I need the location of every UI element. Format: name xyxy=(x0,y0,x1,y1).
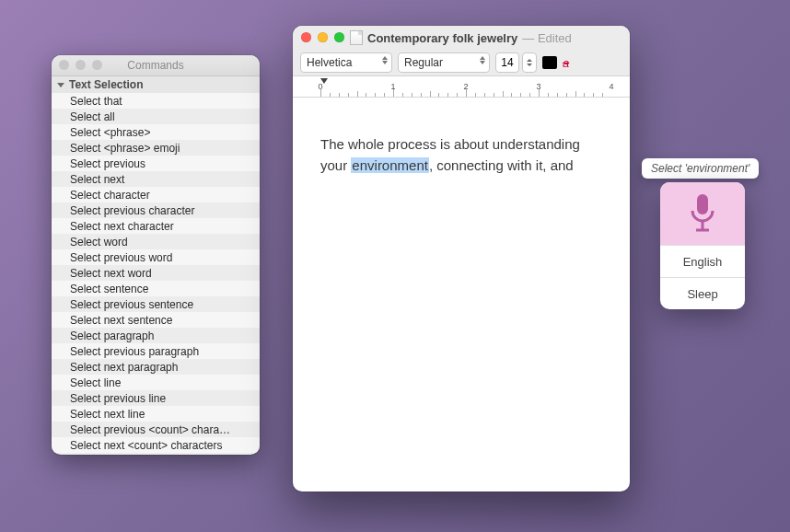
command-item[interactable]: Select previous sentence xyxy=(52,296,260,312)
textedit-titlebar[interactable]: Contemporary folk jewelry — Edited xyxy=(293,26,630,50)
textedit-content[interactable]: The whole process is about understanding… xyxy=(293,98,630,492)
command-item[interactable]: Select previous character xyxy=(52,202,260,218)
font-family-select[interactable]: Helvetica xyxy=(300,52,392,73)
command-item[interactable]: Select sentence xyxy=(52,281,260,296)
content-after: , connecting with it, and xyxy=(429,157,574,173)
font-size-control: 14 xyxy=(495,52,537,73)
chevron-down-icon xyxy=(57,83,64,87)
commands-window: Commands Text Selection Select thatSelec… xyxy=(52,55,260,455)
svg-rect-0 xyxy=(697,194,708,214)
font-size-stepper[interactable] xyxy=(522,52,537,73)
command-item[interactable]: Select all xyxy=(52,109,260,124)
command-item[interactable]: Select previous <count> words xyxy=(52,453,260,455)
zoom-button[interactable] xyxy=(92,60,102,70)
strikethrough-icon[interactable]: a xyxy=(563,56,569,70)
voice-control-panel: English Sleep xyxy=(660,182,745,309)
voice-tooltip-text: Select 'environment' xyxy=(651,162,749,175)
font-style-value: Regular xyxy=(404,56,443,69)
command-item[interactable]: Select word xyxy=(52,234,260,249)
sleep-button[interactable]: Sleep xyxy=(660,277,745,309)
ruler[interactable]: 01234 xyxy=(293,76,630,98)
font-style-select[interactable]: Regular xyxy=(398,52,490,73)
command-item[interactable]: Select next xyxy=(52,171,260,187)
commands-titlebar[interactable]: Commands xyxy=(52,55,260,76)
command-item[interactable]: Select character xyxy=(52,187,260,202)
command-item[interactable]: Select previous <count> chara… xyxy=(52,422,260,437)
stepper-up-icon xyxy=(527,59,532,62)
document-icon xyxy=(350,30,363,45)
font-family-value: Helvetica xyxy=(307,56,352,69)
textedit-toolbar: Helvetica Regular 14 a xyxy=(293,50,630,76)
microphone-icon xyxy=(687,192,718,235)
section-header-label: Text Selection xyxy=(69,78,143,91)
document-title[interactable]: Contemporary folk jewelry xyxy=(367,31,517,45)
chevron-updown-icon xyxy=(382,61,388,64)
edited-label: — Edited xyxy=(522,31,571,45)
commands-section-header[interactable]: Text Selection xyxy=(52,76,260,93)
command-item[interactable]: Select <phrase> emoji xyxy=(52,140,260,156)
command-item[interactable]: Select next line xyxy=(52,406,260,422)
zoom-button[interactable] xyxy=(334,32,344,42)
language-button[interactable]: English xyxy=(660,245,745,277)
command-item[interactable]: Select previous paragraph xyxy=(52,343,260,359)
commands-list[interactable]: Select thatSelect allSelect <phrase>Sele… xyxy=(52,93,260,455)
microphone-area[interactable] xyxy=(660,182,745,245)
voice-tooltip: Select 'environment' xyxy=(642,158,759,179)
ruler-label: 4 xyxy=(609,82,613,91)
command-item[interactable]: Select next <count> characters xyxy=(52,437,260,453)
command-item[interactable]: Select previous line xyxy=(52,390,260,406)
minimize-button[interactable] xyxy=(76,60,86,70)
textedit-window: Contemporary folk jewelry — Edited Helve… xyxy=(293,26,630,492)
minimize-button[interactable] xyxy=(318,32,328,42)
command-item[interactable]: Select next paragraph xyxy=(52,359,260,375)
chevron-updown-icon xyxy=(480,61,485,64)
selected-text: environment xyxy=(351,157,429,173)
command-item[interactable]: Select next sentence xyxy=(52,312,260,328)
close-button[interactable] xyxy=(59,60,69,70)
command-item[interactable]: Select <phrase> xyxy=(52,124,260,140)
command-item[interactable]: Select previous xyxy=(52,156,260,171)
window-controls-inactive[interactable] xyxy=(59,60,102,70)
command-item[interactable]: Select that xyxy=(52,93,260,109)
command-item[interactable]: Select next character xyxy=(52,218,260,234)
close-button[interactable] xyxy=(301,32,311,42)
language-label: English xyxy=(683,255,723,269)
stepper-down-icon xyxy=(527,64,532,66)
sleep-label: Sleep xyxy=(687,287,717,301)
command-item[interactable]: Select line xyxy=(52,375,260,390)
command-item[interactable]: Select paragraph xyxy=(52,328,260,343)
font-size-field[interactable]: 14 xyxy=(495,52,519,73)
command-item[interactable]: Select next word xyxy=(52,265,260,281)
text-color-well[interactable] xyxy=(542,56,557,69)
window-controls xyxy=(301,32,344,42)
command-item[interactable]: Select previous word xyxy=(52,249,260,265)
